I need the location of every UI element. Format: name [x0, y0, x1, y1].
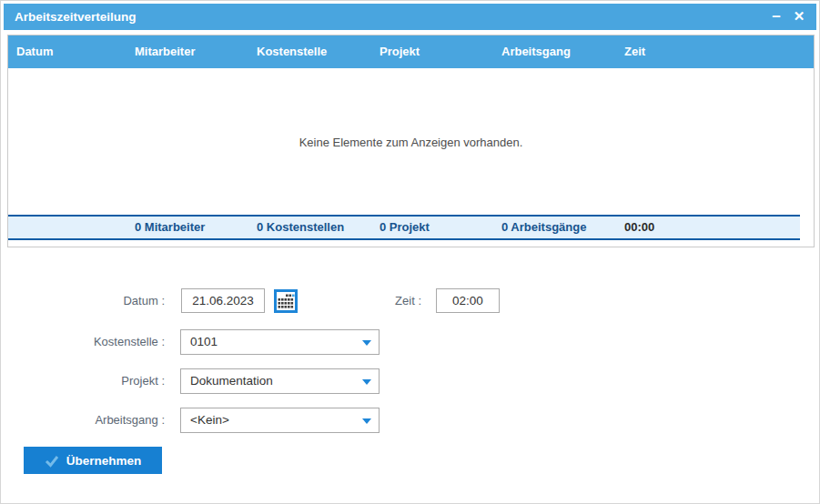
worktime-table: Datum Mitarbeiter Kostenstelle Projekt A… [7, 35, 815, 247]
calendar-button[interactable] [274, 289, 298, 313]
calendar-icon [274, 289, 298, 313]
projekt-selected-value: Dokumentation [190, 369, 273, 393]
summary-zeit-total: 00:00 [624, 217, 800, 238]
table-header-row: Datum Mitarbeiter Kostenstelle Projekt A… [8, 35, 814, 68]
datum-input[interactable] [181, 288, 265, 313]
projekt-label: Projekt : [1, 368, 165, 393]
summary-projekt: 0 Projekt [380, 217, 501, 238]
window-title: Arbeitszeitverteilung [15, 4, 137, 30]
chevron-down-icon [362, 379, 371, 385]
uebernehmen-button-label: Übernehmen [66, 454, 142, 468]
table-summary-row: 0 Mitarbeiter 0 Kostenstellen 0 Projekt … [8, 215, 800, 240]
arbeitsgang-selected-value: <Kein> [190, 408, 229, 432]
check-icon [45, 454, 59, 468]
arbeitsgang-label: Arbeitsgang : [1, 408, 165, 432]
column-header-projekt[interactable]: Projekt [380, 35, 501, 68]
column-header-zeit[interactable]: Zeit [624, 35, 814, 68]
minimize-icon[interactable]: – [767, 4, 785, 30]
column-header-datum[interactable]: Datum [16, 35, 135, 68]
kostenstelle-dropdown[interactable]: 0101 [180, 329, 380, 355]
column-header-mitarbeiter[interactable]: Mitarbeiter [135, 35, 257, 68]
summary-mitarbeiter: 0 Mitarbeiter [135, 217, 257, 238]
column-header-arbeitsgang[interactable]: Arbeitsgang [501, 35, 624, 68]
arbeitszeitverteilung-window: Arbeitszeitverteilung – ✕ Datum Mitarbei… [0, 0, 820, 504]
column-header-kostenstelle[interactable]: Kostenstelle [257, 35, 380, 68]
chevron-down-icon [362, 340, 371, 346]
zeit-input[interactable] [436, 288, 500, 313]
titlebar[interactable]: Arbeitszeitverteilung – ✕ [4, 4, 816, 30]
kostenstelle-selected-value: 0101 [190, 330, 218, 354]
kostenstelle-label: Kostenstelle : [1, 329, 165, 354]
arbeitsgang-dropdown[interactable]: <Kein> [180, 408, 380, 433]
summary-spacer [16, 217, 135, 238]
summary-kostenstellen: 0 Kostenstellen [257, 217, 380, 238]
uebernehmen-button[interactable]: Übernehmen [24, 447, 162, 474]
close-icon[interactable]: ✕ [789, 4, 809, 30]
projekt-dropdown[interactable]: Dokumentation [180, 368, 380, 394]
empty-message: Keine Elemente zum Anzeigen vorhanden. [8, 136, 814, 149]
zeit-label: Zeit : [365, 288, 421, 313]
chevron-down-icon [362, 418, 371, 424]
summary-arbeitsgaenge: 0 Arbeitsgänge [501, 217, 624, 238]
datum-label: Datum : [1, 288, 165, 313]
